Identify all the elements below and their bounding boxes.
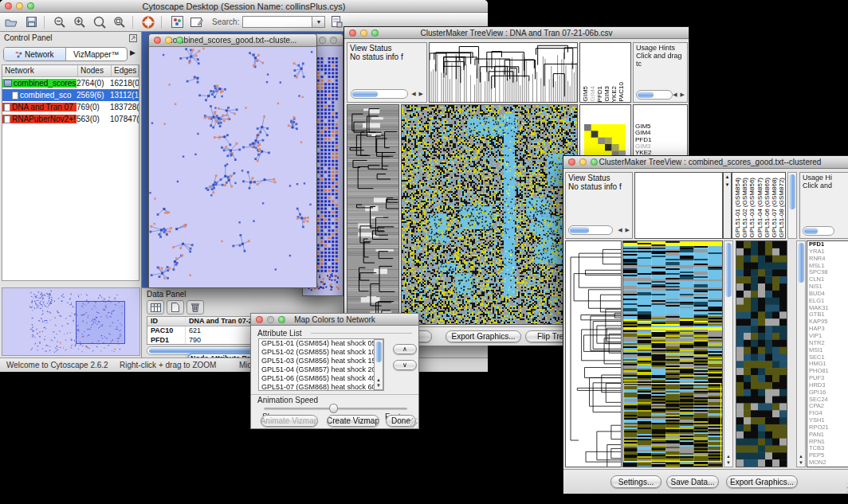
network-row-icon xyxy=(4,104,10,111)
network-tab-icon xyxy=(15,51,22,58)
network-row[interactable]: combined_scores_ 2764(0) 16218(0) xyxy=(2,77,139,89)
view-status-text: No status info f xyxy=(347,53,426,61)
minimize-icon[interactable] xyxy=(165,37,172,44)
tv2-heatmap[interactable] xyxy=(622,240,723,467)
tv1-hints-hscrollbar[interactable] xyxy=(636,90,673,100)
select-attributes-button[interactable] xyxy=(147,300,164,315)
network-view-canvas-1[interactable] xyxy=(149,47,316,287)
minimize-icon[interactable] xyxy=(16,2,23,10)
resize-grip[interactable] xyxy=(408,418,418,428)
network-row-icon xyxy=(4,115,10,123)
minimize-icon[interactable] xyxy=(267,316,274,323)
tv1-heatmap[interactable] xyxy=(401,104,578,325)
minimize-icon[interactable] xyxy=(319,37,326,44)
float-panel-icon[interactable] xyxy=(129,34,137,42)
network-row[interactable]: RNAPuberNov2+! 563(0) 107847(0) xyxy=(2,113,139,125)
tv1-export-graphics-button[interactable]: Export Graphics... xyxy=(446,330,521,342)
tv2-export-graphics-button[interactable]: Export Graphics... xyxy=(726,475,798,488)
network-row[interactable]: DNA and Tran 07 769(0) 183728(0) xyxy=(2,101,139,113)
scroll-up-icon: ▲ xyxy=(797,454,805,459)
tv1-column-dendrogram[interactable] xyxy=(429,42,578,103)
network-row[interactable]: combined_sco 2569(6) 13112(15) xyxy=(2,89,139,101)
zoom-fit-button[interactable] xyxy=(91,15,108,29)
column-label: GIM5 xyxy=(582,86,589,102)
network-table-header[interactable]: Network Nodes Edges xyxy=(2,65,139,77)
close-icon[interactable] xyxy=(154,37,161,44)
network-view-window-1[interactable]: combined_scores_good.txt--cluste... xyxy=(148,33,317,288)
move-up-button[interactable]: ∧ xyxy=(393,344,417,354)
close-icon[interactable] xyxy=(349,29,356,37)
attribute-list-vscrollbar[interactable]: ▲ ▼ xyxy=(374,339,383,390)
attribute-list-item[interactable]: GPL51-01 (GSM854) heat shock 05 min xyxy=(261,339,383,348)
tv1-column-labels: GIM5GIM4PFD1GIM3YKE2PAC10 xyxy=(579,42,631,103)
scroll-arrows-icon[interactable]: ◀ ▶ xyxy=(411,91,424,97)
main-window-title: Cytoscape Desktop (Session Name: collins… xyxy=(0,2,488,11)
create-vizmap-button[interactable]: Create Vizmap xyxy=(327,415,379,427)
network-overview-panel[interactable] xyxy=(2,287,140,356)
col-edges[interactable]: Edges xyxy=(112,65,139,76)
network-overview-canvas[interactable] xyxy=(2,288,139,355)
attribute-list-item[interactable]: GPL51-04 (GSM857) heat shock 20 min xyxy=(261,365,383,374)
delete-attribute-button[interactable] xyxy=(186,300,204,315)
tv2-row-dendrogram[interactable] xyxy=(565,240,622,467)
vizmapper-button[interactable] xyxy=(168,15,186,29)
zoom-window-icon[interactable] xyxy=(176,37,183,44)
scroll-arrows-icon[interactable]: ◀ ▶ xyxy=(673,92,685,98)
zoom-window-icon[interactable] xyxy=(591,158,598,166)
tv2-hints-hscrollbar[interactable] xyxy=(803,226,834,236)
attribute-list-item[interactable]: GPL51-03 (GSM856) heat shock 15 min xyxy=(261,357,383,365)
help-button[interactable] xyxy=(139,15,157,29)
tv2-save-data-button[interactable]: Save Data... xyxy=(666,475,719,488)
tab-vizmapper[interactable]: VizMapper™ xyxy=(66,48,128,61)
create-attribute-button[interactable] xyxy=(167,300,184,315)
attribute-list-item[interactable]: GPL51-07 (GSM868) heat shock 60 min xyxy=(261,383,383,391)
close-icon[interactable] xyxy=(256,316,263,323)
attr-col-id[interactable]: ID xyxy=(147,317,186,326)
zoom-selected-button[interactable] xyxy=(111,15,128,29)
main-title-bar[interactable]: Cytoscape Desktop (Session Name: collins… xyxy=(0,0,488,13)
zoom-window-icon[interactable] xyxy=(330,37,337,44)
scroll-arrows-icon[interactable]: ◀ ▶ xyxy=(618,227,630,233)
search-input[interactable] xyxy=(242,16,312,28)
minimize-icon[interactable] xyxy=(579,158,587,166)
column-label: GPL51-07 (GSM868) xyxy=(771,178,778,238)
scroll-down-icon: ▼ xyxy=(724,460,732,466)
tv2-mini-scroll[interactable]: ▲ ▼ xyxy=(723,172,732,239)
close-icon[interactable] xyxy=(568,158,575,166)
column-label: GPL51-06 (GSM865) xyxy=(764,178,771,238)
tv2-settings-button[interactable]: Settings... xyxy=(610,475,662,488)
col-network[interactable]: Network xyxy=(2,65,78,76)
save-session-button[interactable] xyxy=(22,15,40,29)
zoom-window-icon[interactable] xyxy=(371,29,379,37)
zoom-out-button[interactable] xyxy=(51,15,69,29)
tv2-status-hscrollbar[interactable] xyxy=(568,225,613,235)
save-icon xyxy=(26,17,37,27)
attribute-list-item[interactable]: GPL51-02 (GSM855) heat shock 10 min xyxy=(261,348,383,357)
view-status-text: No status info f xyxy=(566,182,632,191)
tabs-overflow-button[interactable]: ▶ xyxy=(130,49,135,57)
tv2-labels-vscrollbar[interactable] xyxy=(787,172,797,239)
attribute-list-item[interactable]: GPL51-06 (GSM865) heat shock 40 min xyxy=(261,374,383,383)
zoom-window-icon[interactable] xyxy=(278,316,285,323)
tv2-zoom-heatmap[interactable] xyxy=(736,240,787,467)
tv2-column-dendrogram[interactable] xyxy=(634,172,723,239)
tv1-status-hscrollbar[interactable] xyxy=(351,89,408,99)
col-nodes[interactable]: Nodes xyxy=(78,65,112,76)
window-controls[interactable] xyxy=(5,2,34,10)
tv1-row-dendrogram[interactable] xyxy=(347,104,399,325)
tv2-genes-vscrollbar[interactable]: ▲ ▼ xyxy=(796,240,806,467)
annotation-button[interactable] xyxy=(188,15,206,29)
tv2-heatmap-vscrollbar[interactable]: ▲ ▼ xyxy=(724,240,733,467)
move-down-button[interactable]: ∨ xyxy=(393,360,417,370)
minimize-icon[interactable] xyxy=(360,29,367,37)
search-dropdown-arrow[interactable]: ▼ xyxy=(312,16,325,28)
open-session-button[interactable] xyxy=(2,15,20,29)
tab-network[interactable]: Network xyxy=(4,48,66,61)
close-icon[interactable] xyxy=(5,2,12,10)
zoom-in-button[interactable] xyxy=(71,15,88,29)
slider-thumb[interactable] xyxy=(329,404,338,413)
animate-vizmap-button[interactable]: Animate Vizmap xyxy=(261,415,318,427)
scroll-down-icon: ▼ xyxy=(797,460,805,466)
control-panel-tabs: Network VizMapper™ xyxy=(3,47,128,61)
zoom-window-icon[interactable] xyxy=(27,2,34,10)
